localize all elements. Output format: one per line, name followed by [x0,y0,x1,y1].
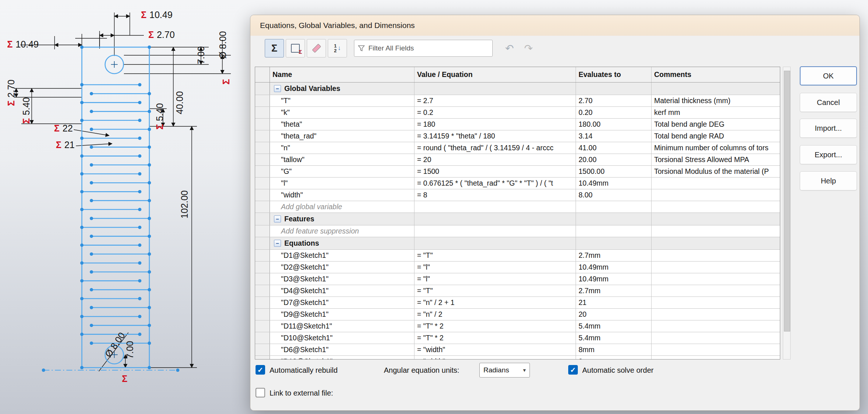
group-row[interactable]: −Equations [255,237,780,250]
cell-eq[interactable]: = 2.7 [414,95,576,106]
cell-rowhdr[interactable] [255,166,270,177]
dialog-title-bar[interactable]: Equations, Global Variables, and Dimensi… [250,15,860,36]
cell-name[interactable]: "D7@Sketch1" [270,297,414,308]
dimension-top-pitch[interactable]: Σ10.49 [141,10,173,20]
dimension-hole-top-dia[interactable]: Ø 8.00 [218,31,228,59]
cell-ev[interactable]: 2.7mm [576,250,652,261]
dimension-top-edge-offset[interactable]: 7.00 [196,46,206,64]
cell-rowhdr[interactable] [255,250,270,261]
cell-cm[interactable] [652,285,780,297]
cell-ev[interactable]: 10.49mm [576,178,652,189]
angular-units-select[interactable]: Radians ▾ [479,363,530,378]
cell-eq[interactable]: = "width" [414,344,576,355]
cell-name[interactable]: "l" [270,178,414,189]
cell-cm[interactable] [652,309,780,320]
equation-row[interactable]: "theta"= 180180.00Total bend angle DEG [255,119,780,130]
cell-rowhdr[interactable] [255,189,270,201]
dimension-count-a[interactable]: Σ22 [54,123,73,134]
cell-name[interactable]: "k" [270,107,414,118]
cell-ev[interactable]: 21 [576,297,652,308]
sketch-equation-view-button[interactable]: Σ [286,39,305,57]
cell-ev[interactable]: 5.4mm [576,320,652,332]
equation-row[interactable]: "tallow"= 2020.00Torsional Stress Allowe… [255,154,780,166]
cell-name[interactable]: "D10@Sketch1" [270,332,414,344]
cell-eq[interactable]: = "l" [414,273,576,285]
collapse-toggle-icon[interactable]: − [274,85,281,92]
cell-name[interactable]: "G" [270,166,414,177]
dimension-lower-length[interactable]: 102.00 [179,190,190,218]
cell-eq[interactable]: = 1500 [414,166,576,177]
cell-ev[interactable]: 10.49mm [576,273,652,285]
cell-eq[interactable] [414,213,576,225]
group-row[interactable]: −Features [255,213,780,225]
cell-cm[interactable] [652,178,780,189]
cell-ev[interactable]: 8mm [576,356,652,359]
filter-input[interactable] [368,44,489,53]
sketch-geometry[interactable] [42,46,180,372]
cell-rowhdr[interactable] [255,95,270,106]
cell-cm[interactable] [652,356,780,359]
cell-ev[interactable] [576,201,652,213]
auto-solve-order-checkbox[interactable] [568,365,578,375]
cell-ev[interactable]: 5.4mm [576,332,652,344]
equation-row[interactable]: "D10@Sketch1"= "T" * 25.4mm [255,332,780,344]
filter-field[interactable] [354,40,493,57]
equation-row[interactable]: "width"= 88.00 [255,189,780,201]
cell-cm[interactable] [652,344,780,355]
cell-rowhdr[interactable] [255,225,270,237]
cell-rowhdr[interactable] [255,142,270,154]
cell-name[interactable]: "D1@Sketch1" [270,250,414,261]
cell-name[interactable]: "theta_rad" [270,130,414,142]
cell-ev[interactable]: 8.00 [576,189,652,201]
equation-row[interactable]: "theta_rad"= 3.14159 * "theta" / 1803.14… [255,130,780,142]
cell-eq[interactable]: = "T" [414,285,576,297]
cell-eq[interactable] [414,225,576,237]
cancel-button[interactable]: Cancel [800,93,857,112]
cell-eq[interactable]: = 3.14159 * "theta" / 180 [414,130,576,142]
cell-ev[interactable]: 2.7mm [576,285,652,297]
cell-ev[interactable]: 20 [576,309,652,320]
dimension-top-offset[interactable]: Σ2.70 [148,29,175,40]
cell-cm[interactable] [652,262,780,273]
cell-ev[interactable]: 10.49mm [576,262,652,273]
dimension-hole-top-sigma[interactable]: Σ [221,79,232,84]
cell-name[interactable]: "D2@Sketch1" [270,262,414,273]
equation-row[interactable]: "D2@Sketch1"= "l"10.49mm [255,262,780,273]
add-placeholder-row[interactable]: Add global variable [255,201,780,213]
table-scrollbar[interactable] [783,67,791,359]
cell-name[interactable]: −Equations [270,237,414,249]
add-placeholder-row[interactable]: Add feature suppression [255,225,780,237]
dimension-count-b[interactable]: Σ21 [56,140,75,150]
equation-row[interactable]: "l"= 0.676125 * ( "theta_rad" * "G" * "T… [255,178,780,189]
cell-rowhdr[interactable] [255,237,270,249]
export-button[interactable]: Export... [800,145,857,164]
cell-cm[interactable]: kerf mm [652,107,780,118]
equation-view-button[interactable]: Σ [265,39,284,57]
equation-row[interactable]: "G"= 15001500.00Torsional Modulus of the… [255,166,780,178]
dimension-right-pitch[interactable]: Σ5.40 [154,103,165,130]
cell-cm[interactable]: Total bend angle DEG [652,119,780,130]
cell-eq[interactable]: = "T" [414,250,576,261]
cell-name[interactable]: "D11@Sketch1" [270,320,414,332]
cell-name[interactable]: "T" [270,95,414,106]
import-button[interactable]: Import... [800,119,857,138]
collapse-toggle-icon[interactable]: − [274,240,281,247]
cell-cm[interactable] [652,297,780,308]
cell-rowhdr[interactable] [255,356,270,359]
cell-cm[interactable] [652,250,780,261]
cell-rowhdr[interactable] [255,285,270,297]
cell-name[interactable]: "D13@Sketch1" [270,356,414,359]
cell-rowhdr[interactable] [255,344,270,355]
cell-rowhdr[interactable] [255,130,270,142]
cell-name[interactable]: −Features [270,213,414,225]
cell-eq[interactable]: = 0.2 [414,107,576,118]
cell-name[interactable]: "theta" [270,119,414,130]
cell-rowhdr[interactable] [255,201,270,213]
cell-cm[interactable] [652,213,780,225]
ordered-view-button[interactable]: 12 ↓ [328,39,347,57]
scrollbar-thumb[interactable] [784,71,790,331]
cell-ev[interactable]: 41.00 [576,142,652,154]
cell-eq[interactable]: = "T" * 2 [414,332,576,344]
cell-eq[interactable]: = 0.676125 * ( "theta_rad" * "G" * "T" )… [414,178,576,189]
equation-row[interactable]: "D3@Sketch1"= "l"10.49mm [255,273,780,285]
